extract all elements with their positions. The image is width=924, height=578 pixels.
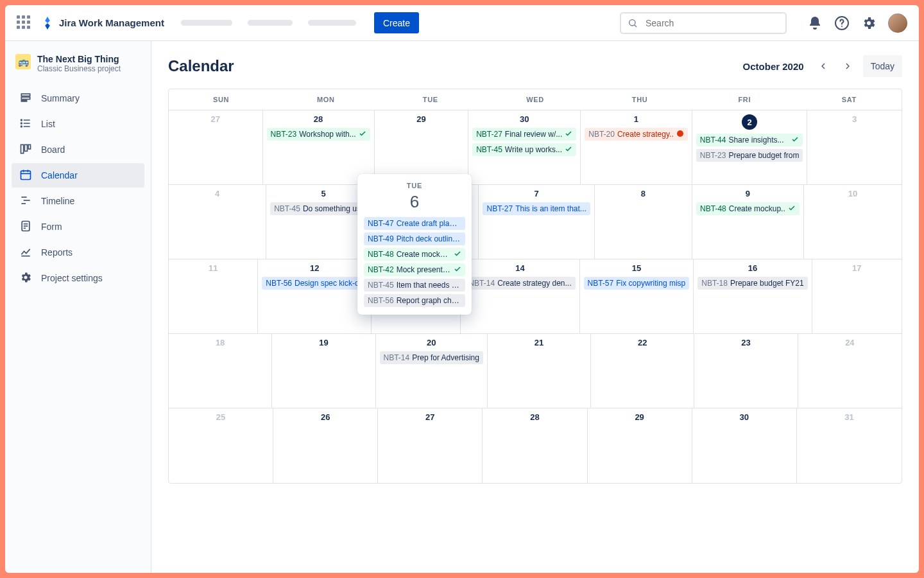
sidebar-item-summary[interactable]: Summary xyxy=(12,86,144,110)
calendar-day[interactable]: 15NBT-57Fix copywriting misp xyxy=(580,259,694,333)
task-pill[interactable]: NBT-47Create draft plannin.. xyxy=(364,217,465,230)
svg-rect-16 xyxy=(21,171,31,179)
app-switcher-icon[interactable] xyxy=(17,15,32,31)
calendar-day[interactable]: 19 xyxy=(272,334,375,408)
task-id: NBT-45 xyxy=(368,281,394,290)
task-id: NBT-48 xyxy=(368,250,394,259)
calendar-day[interactable]: 21 xyxy=(488,334,591,408)
task-title: Design spec kick-off xyxy=(295,279,363,288)
task-pill[interactable]: NBT-45Item that needs to ... xyxy=(364,279,465,292)
calendar-day[interactable]: 28 xyxy=(483,408,587,483)
jira-icon xyxy=(41,17,54,30)
sidebar-item-list[interactable]: List xyxy=(12,112,144,136)
svg-rect-6 xyxy=(21,100,26,101)
svg-point-12 xyxy=(21,126,22,127)
calendar-day[interactable]: 3 xyxy=(807,110,902,184)
sidebar-item-board[interactable]: Board xyxy=(12,137,144,162)
calendar-day[interactable]: 31 xyxy=(797,408,902,483)
prev-month-button[interactable] xyxy=(814,57,832,75)
next-month-button[interactable] xyxy=(839,57,857,75)
task-pill[interactable]: NBT-20Create strategy.. xyxy=(585,128,688,141)
task-pill[interactable]: NBT-44Share insights... xyxy=(696,134,803,146)
task-title: Create mockup.. xyxy=(397,250,451,259)
task-pill[interactable]: NBT-27Final review w/... xyxy=(472,128,576,141)
sidebar-item-reports[interactable]: Reports xyxy=(12,240,144,265)
task-title: Mock presenta.. xyxy=(397,265,451,274)
calendar-day[interactable]: 18 xyxy=(169,334,272,408)
avatar[interactable] xyxy=(888,13,907,33)
day-number: 30 xyxy=(472,114,576,124)
task-pill[interactable]: NBT-14Prep for Advertising xyxy=(380,351,483,364)
calendar-day[interactable]: 12NBT-56Design spec kick-off xyxy=(258,259,372,333)
task-id: NBT-20 xyxy=(588,130,615,139)
sidebar-item-form[interactable]: Form xyxy=(12,215,144,239)
notifications-icon[interactable] xyxy=(807,15,823,31)
help-icon[interactable] xyxy=(834,15,850,31)
task-pill[interactable]: NBT-18Prepare budget FY21 xyxy=(697,277,807,290)
sidebar-item-label: Form xyxy=(41,222,62,232)
calendar-day[interactable]: 10 xyxy=(804,185,902,259)
check-icon xyxy=(454,250,461,259)
calendar-day[interactable]: 27 xyxy=(378,408,483,483)
calendar-day[interactable]: 7NBT-27This is an item that... xyxy=(479,185,594,259)
task-pill[interactable]: NBT-48Create mockup.. xyxy=(696,202,800,215)
dow-label: SAT xyxy=(797,89,902,110)
day-number: 8 xyxy=(599,189,688,198)
calendar-day[interactable]: 11 xyxy=(169,259,258,333)
day-number: 24 xyxy=(802,338,898,347)
task-pill[interactable]: NBT-23Prepare budget from xyxy=(696,149,803,162)
calendar-day[interactable]: 8 xyxy=(595,185,692,259)
sidebar-item-timeline[interactable]: Timeline xyxy=(12,189,144,213)
calendar-day[interactable]: 28NBT-23Workshop with... xyxy=(263,110,375,184)
task-pill[interactable]: NBT-14Create strategy den... xyxy=(465,277,575,290)
calendar-day[interactable]: 25 xyxy=(169,408,273,483)
day-number: 3 xyxy=(811,114,898,124)
gear-icon[interactable] xyxy=(861,15,877,31)
calendar-day[interactable]: 26 xyxy=(273,408,378,483)
task-pill[interactable]: NBT-27This is an item that... xyxy=(483,202,590,215)
search-icon xyxy=(628,18,638,28)
board-icon xyxy=(19,143,32,157)
calendar-day[interactable]: 30 xyxy=(692,408,797,483)
calendar-day[interactable]: 24 xyxy=(798,334,902,408)
task-pill[interactable]: NBT-57Fix copywriting misp xyxy=(584,277,690,290)
calendar-day[interactable]: 29 xyxy=(375,110,469,184)
product-logo[interactable]: Jira Work Management xyxy=(41,17,164,30)
task-pill[interactable]: NBT-56Report graph chart... xyxy=(364,294,465,307)
task-pill[interactable]: NBT-48Create mockup.. xyxy=(364,248,465,261)
task-pill[interactable]: NBT-45Write up works... xyxy=(472,143,576,156)
project-type: Classic Business project xyxy=(37,64,121,73)
search-input[interactable] xyxy=(620,12,787,34)
svg-rect-5 xyxy=(21,97,30,99)
task-pill[interactable]: NBT-42Mock presenta.. xyxy=(364,263,465,276)
create-button[interactable]: Create xyxy=(374,12,419,33)
sidebar-item-settings[interactable]: Project settings xyxy=(12,266,144,290)
list-icon xyxy=(19,117,32,132)
calendar-day[interactable]: 17 xyxy=(812,259,902,333)
sidebar-item-calendar[interactable]: Calendar xyxy=(12,163,144,188)
calendar-day[interactable]: 1NBT-20Create strategy.. xyxy=(581,110,692,184)
project-header[interactable]: 🚌 The Next Big Thing Classic Business pr… xyxy=(12,51,144,80)
svg-point-11 xyxy=(21,123,22,124)
calendar-day[interactable]: 20NBT-14Prep for Advertising xyxy=(376,334,488,408)
task-title: Prep for Advertising xyxy=(412,353,479,362)
calendar-day[interactable]: 4 xyxy=(169,185,266,259)
calendar-day[interactable]: 22 xyxy=(591,334,694,408)
calendar-day[interactable]: 23 xyxy=(694,334,798,408)
calendar-day[interactable]: 14NBT-14Create strategy den... xyxy=(461,259,579,333)
day-number: 9 xyxy=(696,189,800,198)
day-number: 28 xyxy=(486,412,583,422)
calendar-day[interactable]: 29 xyxy=(588,408,692,483)
task-id: NBT-14 xyxy=(384,353,410,362)
calendar-day[interactable]: 9NBT-48Create mockup.. xyxy=(692,185,804,259)
task-pill[interactable]: NBT-23Workshop with... xyxy=(267,128,370,141)
task-title: Pitch deck outline ... xyxy=(397,234,461,243)
today-button[interactable]: Today xyxy=(863,55,902,77)
task-pill[interactable]: NBT-56Design spec kick-off xyxy=(262,277,367,290)
task-pill[interactable]: NBT-49Pitch deck outline ... xyxy=(364,232,465,245)
calendar-day[interactable]: 2NBT-44Share insights...NBT-23Prepare bu… xyxy=(692,110,808,184)
calendar-day[interactable]: 30NBT-27Final review w/...NBT-45Write up… xyxy=(468,110,581,184)
calendar-day[interactable]: 27 xyxy=(169,110,263,184)
product-name: Jira Work Management xyxy=(59,17,164,28)
calendar-day[interactable]: 16NBT-18Prepare budget FY21 xyxy=(694,259,812,333)
